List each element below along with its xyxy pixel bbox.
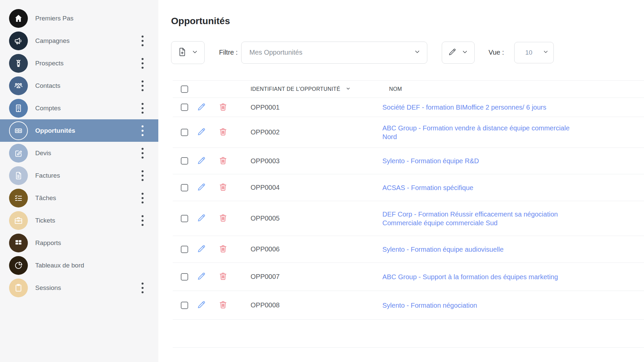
sidebar-item-taches[interactable]: Tâches — [0, 187, 158, 209]
trash-icon — [218, 127, 228, 138]
opportunity-id: OPP0001 — [240, 104, 382, 111]
sidebar-item-factures[interactable]: Factures — [0, 164, 158, 187]
main-content: Opportunités Filtre : Mes Opportunités — [158, 0, 644, 362]
page-size-value: 10 — [525, 49, 532, 56]
opportunity-name-link[interactable]: ACSAS - Formation spécifique — [382, 183, 480, 192]
kebab-menu-icon[interactable] — [138, 169, 147, 182]
page-title: Opportunités — [171, 16, 230, 26]
pencil-icon — [447, 47, 457, 58]
column-header-id[interactable]: IDENTIFIANT DE L’OPPORTUNITÉ — [240, 85, 382, 93]
page-size-select[interactable]: 10 — [514, 42, 554, 63]
checklist-icon — [9, 189, 28, 207]
edit-row-button[interactable] — [196, 127, 206, 138]
delete-row-button[interactable] — [218, 182, 228, 193]
delete-row-button[interactable] — [218, 213, 228, 224]
row-checkbox[interactable] — [181, 129, 188, 136]
filter-select[interactable]: Mes Opportunités — [241, 42, 427, 64]
sidebar-item-campagnes[interactable]: Campagnes — [0, 29, 158, 52]
sidebar-item-tableaux-de-bord[interactable]: Tableaux de bord — [0, 254, 158, 277]
opportunity-name-link[interactable]: ABC Group - Support à la formation des é… — [382, 273, 565, 281]
sidebar-item-sessions[interactable]: Sessions — [0, 277, 158, 299]
opportunity-name-link[interactable]: DEF Corp - Formation Réussir efficacemen… — [382, 210, 584, 227]
edit-row-button[interactable] — [196, 213, 206, 224]
opportunity-id: OPP0008 — [240, 301, 382, 309]
delete-row-button[interactable] — [218, 300, 228, 311]
delete-row-button[interactable] — [218, 156, 228, 167]
opportunity-id: OPP0003 — [240, 157, 382, 165]
kebab-menu-icon[interactable] — [138, 146, 147, 160]
chevron-down-icon — [191, 48, 199, 57]
row-checkbox[interactable] — [181, 246, 188, 253]
delete-row-button[interactable] — [218, 271, 228, 282]
chevron-down-icon — [461, 48, 469, 57]
building-icon — [9, 99, 28, 118]
opportunity-id: OPP0007 — [240, 273, 382, 281]
row-checkbox[interactable] — [181, 273, 188, 281]
people-icon — [9, 76, 28, 95]
opportunity-name-link[interactable]: Sylento - Formation équipe audiovisuelle — [382, 245, 510, 254]
kebab-menu-icon[interactable] — [138, 79, 147, 93]
opportunity-name-link[interactable]: Société DEF - formation BIMoffice 2 pers… — [382, 103, 553, 112]
sidebar-item-comptes[interactable]: Comptes — [0, 97, 158, 119]
edit-pencil-icon — [196, 300, 206, 311]
sidebar-item-opportunites[interactable]: Opportunités — [0, 119, 158, 142]
sidebar-item-tickets[interactable]: Tickets — [0, 209, 158, 232]
edit-pencil-icon — [196, 182, 206, 193]
sidebar-item-premiers-pas[interactable]: Premiers Pas — [0, 7, 158, 29]
kebab-menu-icon[interactable] — [138, 191, 147, 205]
sidebar-item-label: Tableaux de bord — [35, 262, 84, 269]
sidebar-item-rapports[interactable]: Rapports — [0, 232, 158, 254]
opportunity-id: OPP0006 — [240, 245, 382, 253]
sidebar-item-label: Tâches — [35, 194, 56, 202]
edit-row-button[interactable] — [196, 102, 206, 113]
row-checkbox[interactable] — [181, 215, 188, 222]
sidebar-item-prospects[interactable]: Prospects — [0, 52, 158, 74]
table-header-row: IDENTIFIANT DE L’OPPORTUNITÉ NOM — [173, 80, 644, 98]
opportunity-name-link[interactable]: Sylento - Formation négociation — [382, 301, 484, 310]
edit-row-button[interactable] — [196, 182, 206, 193]
add-record-button[interactable] — [171, 41, 205, 64]
edit-row-button[interactable] — [196, 244, 206, 255]
select-all-checkbox[interactable] — [181, 85, 188, 93]
table-row: OPP0007ABC Group - Support à la formatio… — [173, 263, 644, 291]
delete-row-button[interactable] — [218, 244, 228, 255]
home-icon — [9, 9, 28, 28]
kebab-menu-icon[interactable] — [138, 34, 147, 48]
kebab-menu-icon[interactable] — [138, 57, 147, 70]
sidebar-item-devis[interactable]: Devis — [0, 142, 158, 164]
kebab-menu-icon[interactable] — [138, 102, 147, 115]
sidebar-item-contacts[interactable]: Contacts — [0, 74, 158, 97]
kebab-menu-icon[interactable] — [138, 124, 147, 137]
row-checkbox[interactable] — [181, 302, 188, 309]
edit-view-button[interactable] — [442, 42, 475, 64]
edit-square-icon — [9, 144, 28, 163]
opportunities-table: IDENTIFIANT DE L’OPPORTUNITÉ NOM OPP0001… — [173, 80, 644, 348]
kebab-menu-icon[interactable] — [138, 281, 147, 295]
opportunity-name-link[interactable]: Sylento - Formation équipe R&D — [382, 157, 486, 165]
delete-row-button[interactable] — [218, 127, 228, 138]
opportunity-name-link[interactable]: ABC Group - Formation vendre à distance … — [382, 124, 584, 141]
toolbar: Filtre : Mes Opportunités Vue : 10 — [171, 41, 554, 64]
edit-pencil-icon — [196, 271, 206, 282]
trash-icon — [218, 156, 228, 167]
row-checkbox[interactable] — [181, 104, 188, 111]
opportunity-id: OPP0005 — [240, 215, 382, 222]
table-body: OPP0001Société DEF - formation BIMoffice… — [173, 98, 644, 320]
kebab-menu-icon[interactable] — [138, 214, 147, 227]
sidebar-item-label: Rapports — [35, 239, 61, 247]
sidebar-item-label: Contacts — [35, 82, 60, 89]
edit-pencil-icon — [196, 127, 206, 138]
banknote-icon — [9, 121, 28, 140]
edit-pencil-icon — [196, 102, 206, 113]
table-row: OPP0003Sylento - Formation équipe R&D — [173, 148, 644, 174]
delete-row-button[interactable] — [218, 102, 228, 113]
sort-chevron-icon — [345, 85, 351, 93]
edit-row-button[interactable] — [196, 271, 206, 282]
sidebar-item-label: Factures — [35, 172, 60, 179]
sidebar-item-label: Tickets — [35, 217, 55, 224]
trash-icon — [218, 182, 228, 193]
row-checkbox[interactable] — [181, 184, 188, 191]
edit-row-button[interactable] — [196, 300, 206, 311]
edit-row-button[interactable] — [196, 156, 206, 167]
row-checkbox[interactable] — [181, 157, 188, 165]
